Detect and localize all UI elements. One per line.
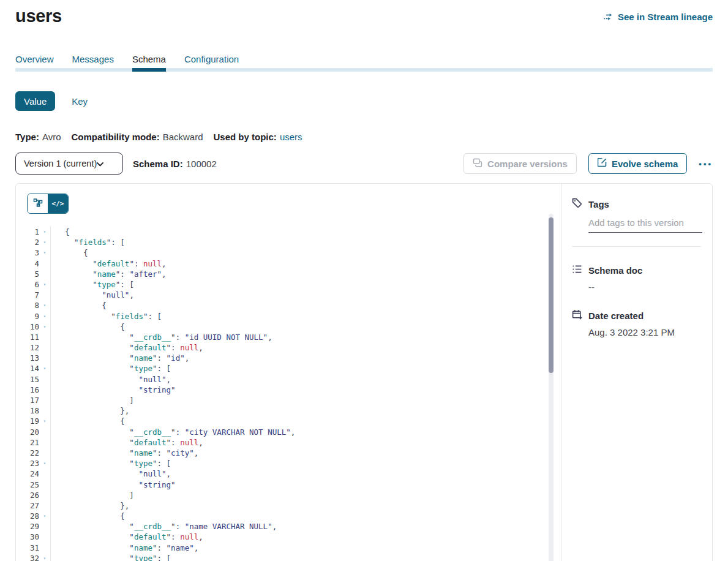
edit-icon	[598, 158, 607, 169]
code-text: "type": [	[51, 279, 134, 290]
schema-doc-section: Schema doc --	[572, 264, 701, 292]
fold-arrow-icon[interactable]: ▾	[39, 300, 51, 311]
evolve-schema-button[interactable]: Evolve schema	[588, 153, 687, 174]
schema-meta-row: Type: Avro Compatibility mode: Backward …	[15, 132, 713, 142]
line-number: 1	[16, 227, 39, 237]
stream-lineage-link[interactable]: See in Stream lineage	[603, 12, 713, 22]
code-line: 2▾ "fields": [	[16, 237, 561, 247]
line-number: 24	[16, 469, 39, 479]
key-toggle-button[interactable]: Key	[72, 96, 88, 107]
code-text: "string"	[51, 385, 176, 395]
line-number: 26	[16, 490, 39, 500]
fold-spacer	[39, 405, 51, 416]
line-number: 19	[16, 416, 39, 426]
code-line: 10▾ {	[16, 322, 561, 332]
fold-spacer	[39, 543, 51, 553]
line-number: 5	[16, 269, 39, 279]
code-line: 7 "null",	[16, 290, 561, 300]
line-number: 6	[16, 279, 39, 290]
type-label: Type:	[15, 132, 39, 142]
code-text: "default": null,	[51, 532, 203, 542]
compatibility-label: Compatibility mode:	[71, 132, 159, 142]
chevron-down-icon	[97, 159, 103, 168]
tags-title: Tags	[588, 199, 609, 209]
line-number: 12	[16, 342, 39, 353]
code-view-icon: </>	[52, 200, 64, 208]
fold-spacer	[39, 353, 51, 363]
fold-arrow-icon[interactable]: ▾	[39, 322, 51, 332]
code-line: 14▾ "type": [	[16, 363, 561, 374]
compatibility-value: Backward	[163, 132, 203, 142]
used-by-topic: Used by topic: users	[214, 132, 302, 142]
tab-configuration[interactable]: Configuration	[184, 54, 239, 72]
schema-doc-heading: Schema doc	[572, 264, 701, 276]
fold-arrow-icon[interactable]: ▾	[39, 416, 51, 426]
code-text: "name": "name",	[51, 543, 198, 553]
compare-icon	[473, 158, 482, 170]
fold-arrow-icon[interactable]: ▾	[39, 247, 51, 258]
fold-spacer	[39, 448, 51, 458]
line-number: 14	[16, 363, 39, 374]
fold-arrow-icon[interactable]: ▾	[39, 237, 51, 247]
line-number: 17	[16, 395, 39, 405]
schema-id: Schema ID: 100002	[133, 159, 217, 169]
fold-spacer	[39, 342, 51, 353]
fold-arrow-icon[interactable]: ▾	[39, 553, 51, 561]
line-number: 30	[16, 532, 39, 542]
scrollbar-thumb[interactable]	[549, 217, 554, 373]
version-select[interactable]: Version 1 (current)	[15, 152, 123, 175]
code-lines: 1▾{2▾ "fields": [3▾ {4 "default": null,5…	[16, 227, 561, 561]
code-text: "type": [	[51, 363, 171, 374]
line-number: 25	[16, 480, 39, 490]
sidebar-divider	[572, 246, 701, 247]
page-header: users See in Stream lineage	[15, 0, 713, 26]
code-text: "type": [	[51, 458, 171, 469]
fold-arrow-icon[interactable]: ▾	[39, 458, 51, 469]
code-view-button[interactable]: </>	[48, 194, 68, 213]
compare-versions-button[interactable]: Compare versions	[463, 153, 577, 174]
tags-input[interactable]	[588, 215, 702, 233]
fold-spacer	[39, 269, 51, 279]
fold-arrow-icon[interactable]: ▾	[39, 279, 51, 290]
code-text: "name": "city",	[51, 448, 198, 458]
fold-spacer	[39, 385, 51, 395]
fold-arrow-icon[interactable]: ▾	[39, 227, 51, 237]
code-line: 13 "name": "id",	[16, 353, 561, 363]
line-number: 23	[16, 458, 39, 469]
code-text: {	[51, 227, 70, 237]
schema-doc-value: --	[588, 282, 701, 292]
schema-id-value: 100002	[186, 159, 217, 169]
value-toggle-button[interactable]: Value	[15, 91, 55, 111]
schema-editor: </> 1▾{2▾ "fields": [3▾ {4 "default": nu…	[16, 184, 561, 561]
line-number: 18	[16, 405, 39, 416]
code-text: "string"	[51, 480, 176, 490]
toolbar-actions: Compare versions Evolve schema •••	[463, 153, 713, 174]
schema-type: Type: Avro	[15, 132, 61, 142]
tab-overview[interactable]: Overview	[15, 54, 54, 72]
fold-spacer	[39, 437, 51, 448]
code-line: 29 "__crdb__": "name VARCHAR NULL",	[16, 521, 561, 532]
line-number: 27	[16, 500, 39, 511]
tab-bar: OverviewMessagesSchemaConfiguration	[15, 54, 713, 72]
topic-link[interactable]: users	[280, 132, 302, 142]
tab-messages[interactable]: Messages	[72, 54, 114, 72]
line-number: 10	[16, 322, 39, 332]
editor-scrollbar[interactable]	[549, 214, 554, 561]
line-number: 9	[16, 311, 39, 322]
tag-icon	[572, 198, 582, 210]
code-text: ]	[51, 395, 134, 405]
code-line: 23▾ "type": [	[16, 458, 561, 469]
more-actions-button[interactable]: •••	[699, 159, 713, 168]
evolve-schema-label: Evolve schema	[612, 159, 678, 169]
page-title: users	[15, 6, 62, 26]
line-number: 21	[16, 437, 39, 448]
fold-arrow-icon[interactable]: ▾	[39, 363, 51, 374]
fold-arrow-icon[interactable]: ▾	[39, 311, 51, 322]
line-number: 31	[16, 543, 39, 553]
fold-arrow-icon[interactable]: ▾	[39, 511, 51, 521]
fold-spacer	[39, 490, 51, 500]
tab-schema[interactable]: Schema	[132, 54, 166, 72]
line-number: 2	[16, 237, 39, 247]
tree-view-button[interactable]	[28, 194, 48, 213]
tree-view-icon	[33, 198, 43, 210]
